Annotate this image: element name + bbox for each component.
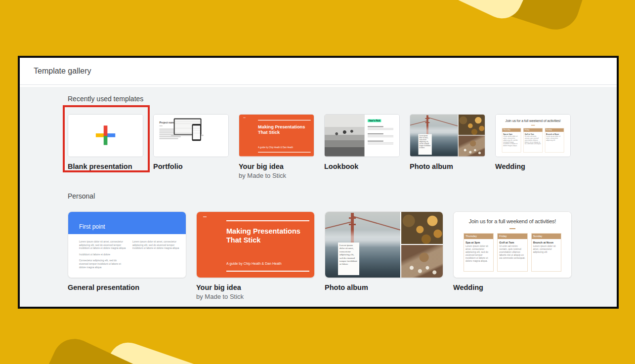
template-card-bigidea[interactable]: Making Presentations That Stick A guide … <box>239 114 314 179</box>
event-body: Ut enim ad minim veniam, quis nostrud ex… <box>525 136 542 145</box>
template-card-blank[interactable]: Blank presentation <box>68 114 143 171</box>
table-photo-graphic <box>459 136 485 157</box>
template-row: First point Lorem ipsum dolor sit amet, … <box>68 211 617 300</box>
wedding-title: Join us for a full weekend of activities… <box>496 119 570 122</box>
list-item-placeholder <box>368 126 396 130</box>
template-thumbnail[interactable] <box>68 114 143 157</box>
template-card-lookbook[interactable]: Year's Pick Lookbook <box>324 114 400 171</box>
wedding-day-column: Sunday Brunch at Noon Lorem ipsum dolor … <box>545 128 564 153</box>
template-name: Photo album <box>325 283 443 292</box>
wedding-title: Join us for a full weekend of activities… <box>454 218 571 224</box>
wedding-day-column: Sunday Brunch at Noon Lorem ipsum dolor … <box>531 233 561 272</box>
decor-shape-bottom-cream <box>68 337 238 364</box>
template-card-photoalbum[interactable]: Lorem ipsum dolor sit amet, consectetur … <box>410 114 485 171</box>
template-thumbnail[interactable]: First point Lorem ipsum dolor sit amet, … <box>68 211 186 278</box>
wedding-day-column: Thursday Spa at 3pm Lorem ipsum dolor si… <box>464 233 494 272</box>
slide-title: Making Presentations That Stick <box>258 124 310 135</box>
template-author: by Made to Stick <box>239 172 314 179</box>
slide-rule-bottom <box>226 271 309 272</box>
template-card-general[interactable]: First point Lorem ipsum dolor sit amet, … <box>68 211 186 292</box>
template-card-bigidea[interactable]: Making Presentations That Stick A guide … <box>196 211 315 300</box>
wedding-day-column: Friday Golf at 7am Ut enim ad minim veni… <box>523 128 543 153</box>
template-row: Blank presentation Project name Portfoli… <box>68 114 617 179</box>
template-name: General presentation <box>68 283 186 292</box>
day-header: Sunday <box>545 128 564 132</box>
decor-shape-top-cream <box>422 0 591 25</box>
slide-rule-bottom <box>258 152 311 153</box>
dialog-title: Template gallery <box>34 67 91 76</box>
leaves-photo-graphic <box>459 115 485 135</box>
section-label: Personal <box>68 192 617 201</box>
event-title: Golf at 7am <box>499 241 525 244</box>
body-column: Lorem ipsum dolor sit amet, consectetur … <box>79 240 127 272</box>
bridge-photo-graphic: Lorem ipsum dolor sit amet, consectetur … <box>325 212 400 278</box>
wedding-day-column: Friday Golf at 7am Ut enim ad minim veni… <box>497 233 527 272</box>
slide-rule-top <box>258 120 311 121</box>
template-name: Your big idea <box>239 162 314 171</box>
lookbook-panel: Year's Pick <box>365 115 399 156</box>
template-thumbnail[interactable]: Making Presentations That Stick A guide … <box>196 211 315 278</box>
slide-dash <box>203 216 207 217</box>
photo-caption: Lorem ipsum dolor sit amet, consectetur … <box>419 134 432 155</box>
decor-shape-top-dark <box>345 0 613 36</box>
thumbnail-scene: Making Presentations That Stick A guide … <box>239 115 314 156</box>
wedding-columns: Thursday Spa at 3pm Lorem ipsum dolor si… <box>502 128 564 153</box>
template-card-wedding[interactable]: Join us for a full weekend of activities… <box>453 211 572 292</box>
thumbnail-scene: Lorem ipsum dolor sit amet, consectetur … <box>410 115 485 156</box>
section-label: Recently used templates <box>68 95 617 103</box>
phone-mockup-graphic <box>192 124 201 141</box>
leaves-photo-graphic <box>401 212 443 244</box>
template-card-photoalbum[interactable]: Lorem ipsum dolor sit amet, consectetur … <box>325 211 443 292</box>
template-name: Portfolio <box>153 162 229 171</box>
template-name: Blank presentation <box>68 162 143 171</box>
event-body: Lorem ipsum dolor sit amet, consectetur … <box>546 136 563 141</box>
day-header: Sunday <box>532 234 561 239</box>
table-photo-graphic <box>401 245 443 278</box>
thumbnail-scene: First point Lorem ipsum dolor sit amet, … <box>68 212 186 278</box>
thumbnail-scene: Lorem ipsum dolor sit amet, consectetur … <box>325 212 443 278</box>
slide-byline: A guide by Chip Heath & Dan Heath <box>226 262 282 265</box>
wedding-day-column: Thursday Spa at 3pm Lorem ipsum dolor si… <box>502 128 521 153</box>
slide-heading: First point <box>79 223 105 230</box>
slide-title: Making Presentations That Stick <box>226 227 308 244</box>
template-thumbnail[interactable]: Making Presentations That Stick A guide … <box>239 114 314 157</box>
event-body: Lorem ipsum dolor sit amet, consectetur … <box>466 245 492 263</box>
day-header: Thursday <box>502 128 521 132</box>
slide-dash <box>243 118 245 118</box>
template-name: Wedding <box>495 162 571 171</box>
template-gallery-dialog: Template gallery Recently used templates… <box>18 56 619 309</box>
template-thumbnail[interactable]: Project name <box>153 114 229 157</box>
photo-caption: Lorem ipsum dolor sit amet, consectetur … <box>338 243 359 275</box>
thumbnail-scene: Year's Pick <box>325 115 399 156</box>
title-divider <box>509 228 515 229</box>
template-thumbnail[interactable]: Lorem ipsum dolor sit amet, consectetur … <box>410 114 485 157</box>
body-columns: Lorem ipsum dolor sit amet, consectetur … <box>79 240 180 272</box>
template-thumbnail[interactable]: Year's Pick <box>324 114 400 157</box>
template-name: Wedding <box>453 283 572 292</box>
event-title: Brunch at Noon <box>533 241 559 244</box>
dialog-header: Template gallery <box>20 58 617 85</box>
wedding-columns: Thursday Spa at 3pm Lorem ipsum dolor si… <box>464 233 561 272</box>
template-thumbnail[interactable]: Lorem ipsum dolor sit amet, consectetur … <box>325 211 443 278</box>
thumbnail-scene: Join us for a full weekend of activities… <box>454 212 571 278</box>
body-column: Lorem ipsum dolor sit amet, consectetur … <box>132 240 180 272</box>
thumbnail-scene: Project name <box>154 115 228 156</box>
day-header: Thursday <box>464 234 493 239</box>
day-header: Friday <box>498 234 527 239</box>
event-title: Golf at 7am <box>525 133 542 135</box>
template-name: Photo album <box>410 162 485 171</box>
decor-shape-bottom-dark <box>1 332 199 364</box>
thumbnail-scene: Join us for a full weekend of activities… <box>496 115 570 156</box>
slide-rule-top <box>226 220 309 221</box>
slide-byline: A guide by Chip Heath & Dan Heath <box>258 146 293 148</box>
template-thumbnail[interactable]: Join us for a full weekend of activities… <box>495 114 571 157</box>
event-body: Ut enim ad minim veniam, quis nostrud ex… <box>499 245 525 260</box>
template-name: Lookbook <box>324 162 400 171</box>
portfolio-project-name: Project name <box>159 121 175 124</box>
event-title: Spa at 3pm <box>503 133 520 135</box>
template-card-portfolio[interactable]: Project name Portfolio <box>153 114 229 171</box>
template-card-wedding[interactable]: Join us for a full weekend of activities… <box>495 114 571 171</box>
template-thumbnail[interactable]: Join us for a full weekend of activities… <box>453 211 572 278</box>
desktop-background: { "background": { "base_color": "#e5b007… <box>0 0 635 364</box>
bridge-photo-graphic: Lorem ipsum dolor sit amet, consectetur … <box>410 115 458 156</box>
